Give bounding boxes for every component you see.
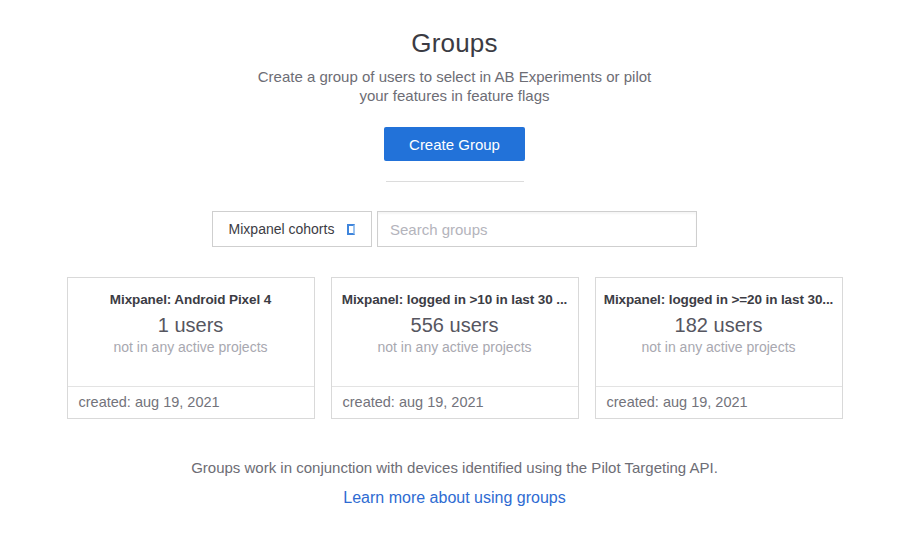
group-users-count: 182 users <box>596 314 842 337</box>
group-card-title: Mixpanel: logged in >10 in last 30 ... <box>332 292 578 307</box>
group-created-date: created: aug 19, 2021 <box>79 394 220 410</box>
group-card-footer: created: aug 19, 2021 <box>596 386 842 418</box>
group-card-footer: created: aug 19, 2021 <box>332 386 578 418</box>
cohort-dropdown-label: Mixpanel cohorts <box>229 221 335 237</box>
group-created-date: created: aug 19, 2021 <box>343 394 484 410</box>
group-card-title: Mixpanel: logged in >=20 in last 30... <box>596 292 842 307</box>
group-card-body: Mixpanel: logged in >=20 in last 30... 1… <box>596 278 842 386</box>
group-users-count: 556 users <box>332 314 578 337</box>
dropdown-indicator-icon <box>347 224 355 235</box>
group-card[interactable]: Mixpanel: logged in >=20 in last 30... 1… <box>595 277 843 419</box>
footer-note: Groups work in conjunction with devices … <box>191 459 718 476</box>
group-cards-row: Mixpanel: Android Pixel 4 1 users not in… <box>67 277 843 419</box>
group-card[interactable]: Mixpanel: Android Pixel 4 1 users not in… <box>67 277 315 419</box>
group-card[interactable]: Mixpanel: logged in >10 in last 30 ... 5… <box>331 277 579 419</box>
create-group-button[interactable]: Create Group <box>384 127 525 161</box>
groups-page: Groups Create a group of users to select… <box>0 0 909 507</box>
cohort-source-dropdown[interactable]: Mixpanel cohorts <box>212 211 372 247</box>
group-card-body: Mixpanel: logged in >10 in last 30 ... 5… <box>332 278 578 386</box>
search-groups-input[interactable] <box>377 211 697 247</box>
group-project-status: not in any active projects <box>332 339 578 355</box>
group-card-footer: created: aug 19, 2021 <box>68 386 314 418</box>
filter-row: Mixpanel cohorts <box>212 211 697 247</box>
group-project-status: not in any active projects <box>68 339 314 355</box>
group-card-title: Mixpanel: Android Pixel 4 <box>68 292 314 307</box>
group-users-count: 1 users <box>68 314 314 337</box>
group-created-date: created: aug 19, 2021 <box>607 394 748 410</box>
group-project-status: not in any active projects <box>596 339 842 355</box>
section-divider <box>386 181 524 182</box>
page-title: Groups <box>411 28 497 59</box>
page-subtitle: Create a group of users to select in AB … <box>255 67 655 105</box>
group-card-body: Mixpanel: Android Pixel 4 1 users not in… <box>68 278 314 386</box>
learn-more-link[interactable]: Learn more about using groups <box>343 489 565 507</box>
